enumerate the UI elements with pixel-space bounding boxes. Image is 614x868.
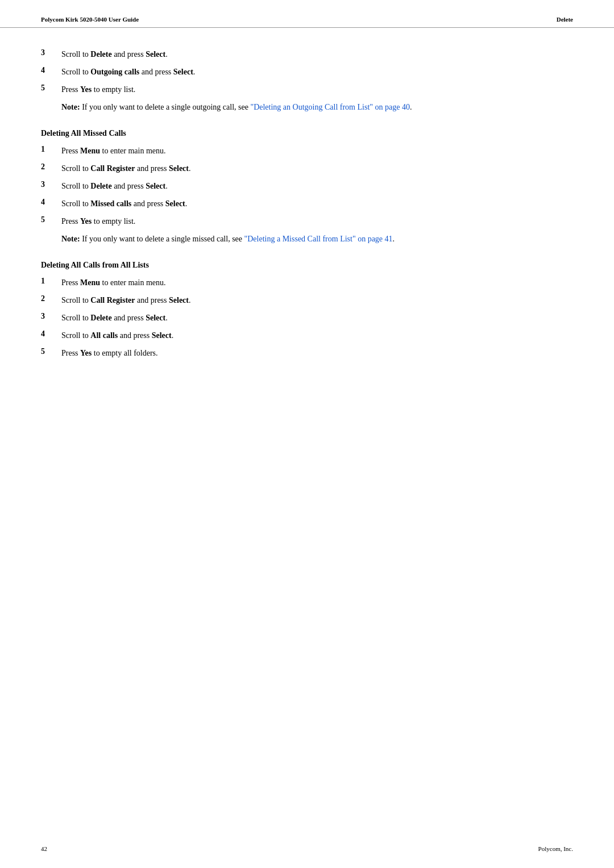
note-period: . bbox=[393, 235, 395, 243]
step-number: 4 bbox=[41, 329, 61, 339]
intro-step-5: 5 Press Yes to empty list. bbox=[41, 84, 573, 95]
section-heading-missed: Deleting All Missed Calls bbox=[41, 129, 573, 138]
missed-step-4: 4 Scroll to Missed calls and press Selec… bbox=[41, 198, 573, 210]
step-text: Scroll to All calls and press Select. bbox=[61, 329, 573, 341]
note-link[interactable]: "Deleting an Outgoing Call from List" on… bbox=[250, 103, 410, 111]
step-text: Scroll to Delete and press Select. bbox=[61, 48, 573, 60]
step-text: Scroll to Call Register and press Select… bbox=[61, 294, 573, 306]
step-text: Press Menu to enter main menu. bbox=[61, 145, 573, 157]
note-1: Note: If you only want to delete a singl… bbox=[61, 101, 573, 113]
step-number: 4 bbox=[41, 198, 61, 207]
note-text: If you only want to delete a single outg… bbox=[82, 103, 250, 111]
note-label: Note: bbox=[61, 103, 80, 111]
step-number: 4 bbox=[41, 66, 61, 75]
missed-step-3: 3 Scroll to Delete and press Select. bbox=[41, 180, 573, 192]
header-title: Polycom Kirk 5020-5040 User Guide bbox=[41, 16, 139, 23]
page-header: Polycom Kirk 5020-5040 User Guide Delete bbox=[0, 0, 614, 28]
note-text: If you only want to delete a single miss… bbox=[82, 235, 244, 243]
step-text: Press Menu to enter main menu. bbox=[61, 277, 573, 289]
step-number: 2 bbox=[41, 162, 61, 172]
content-area: 3 Scroll to Delete and press Select. 4 S… bbox=[0, 28, 614, 399]
step-text: Press Yes to empty list. bbox=[61, 215, 573, 227]
all-step-4: 4 Scroll to All calls and press Select. bbox=[41, 329, 573, 341]
all-step-1: 1 Press Menu to enter main menu. bbox=[41, 277, 573, 289]
step-number: 3 bbox=[41, 312, 61, 321]
note-period: . bbox=[410, 103, 412, 111]
page-footer: 42 Polycom, Inc. bbox=[41, 845, 573, 852]
all-step-2: 2 Scroll to Call Register and press Sele… bbox=[41, 294, 573, 306]
intro-steps: 3 Scroll to Delete and press Select. 4 S… bbox=[41, 48, 573, 113]
missed-step-5: 5 Press Yes to empty list. bbox=[41, 215, 573, 227]
step-number: 5 bbox=[41, 84, 61, 93]
step-number: 1 bbox=[41, 145, 61, 154]
step-number: 5 bbox=[41, 215, 61, 224]
step-number: 5 bbox=[41, 347, 61, 356]
all-step-5: 5 Press Yes to empty all folders. bbox=[41, 347, 573, 359]
step-text: Scroll to Delete and press Select. bbox=[61, 312, 573, 324]
step-text: Press Yes to empty list. bbox=[61, 84, 573, 95]
missed-step-1: 1 Press Menu to enter main menu. bbox=[41, 145, 573, 157]
step-number: 3 bbox=[41, 180, 61, 189]
note-label: Note: bbox=[61, 235, 80, 243]
page-container: Polycom Kirk 5020-5040 User Guide Delete… bbox=[0, 0, 614, 868]
intro-step-3: 3 Scroll to Delete and press Select. bbox=[41, 48, 573, 60]
section-all-calls: Deleting All Calls from All Lists 1 Pres… bbox=[41, 261, 573, 359]
section-missed-calls: Deleting All Missed Calls 1 Press Menu t… bbox=[41, 129, 573, 245]
page-number: 42 bbox=[41, 845, 47, 852]
section-heading-all: Deleting All Calls from All Lists bbox=[41, 261, 573, 270]
step-text: Press Yes to empty all folders. bbox=[61, 347, 573, 359]
step-text: Scroll to Outgoing calls and press Selec… bbox=[61, 66, 573, 78]
step-number: 3 bbox=[41, 48, 61, 57]
header-section: Delete bbox=[557, 16, 573, 23]
step-text: Scroll to Delete and press Select. bbox=[61, 180, 573, 192]
note-2: Note: If you only want to delete a singl… bbox=[61, 233, 573, 245]
step-number: 2 bbox=[41, 294, 61, 303]
company-name: Polycom, Inc. bbox=[538, 845, 573, 852]
intro-step-4: 4 Scroll to Outgoing calls and press Sel… bbox=[41, 66, 573, 78]
missed-step-2: 2 Scroll to Call Register and press Sele… bbox=[41, 162, 573, 174]
all-step-3: 3 Scroll to Delete and press Select. bbox=[41, 312, 573, 324]
step-text: Scroll to Missed calls and press Select. bbox=[61, 198, 573, 210]
step-text: Scroll to Call Register and press Select… bbox=[61, 162, 573, 174]
note-link-missed[interactable]: "Deleting a Missed Call from List" on pa… bbox=[244, 235, 393, 243]
step-number: 1 bbox=[41, 277, 61, 286]
